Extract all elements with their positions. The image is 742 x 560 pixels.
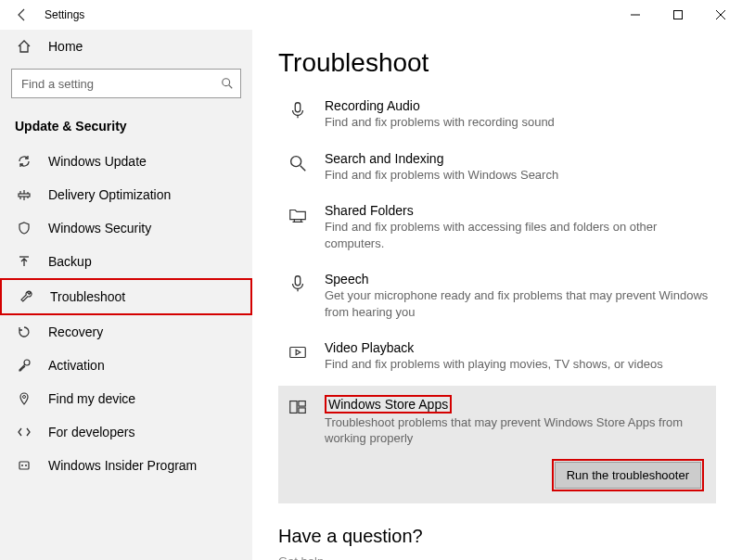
search-input[interactable] [11,69,241,98]
ts-title: Speech [325,272,710,286]
run-troubleshooter-button[interactable]: Run the troubleshooter [555,462,701,489]
svg-point-13 [291,156,301,166]
question-heading: Have a question? [278,526,716,547]
delivery-icon [15,187,33,202]
ts-desc: Troubleshoot problems that may prevent W… [325,414,710,447]
ts-desc: Find and fix problems with recording sou… [325,114,555,131]
svg-rect-17 [290,401,297,413]
nav-label: Windows Security [48,221,151,235]
svg-rect-19 [299,408,305,414]
ts-title: Shared Folders [325,203,710,218]
svg-rect-9 [19,462,29,469]
svg-rect-16 [290,348,306,358]
ts-title: Windows Store Apps [325,395,452,414]
ts-search-indexing[interactable]: Search and IndexingFind and fix problems… [278,144,716,197]
folder-network-icon [284,203,312,251]
ts-desc: Get your microphone ready and fix proble… [325,287,710,320]
maximize-button[interactable] [657,0,699,30]
minimize-button[interactable] [614,0,657,30]
home-nav[interactable]: Home [0,30,252,63]
recovery-icon [15,325,33,339]
ts-recording-audio[interactable]: Recording AudioFind and fix problems wit… [278,91,716,144]
location-icon [15,391,33,406]
insider-icon [15,458,33,473]
nav-label: Recovery [48,325,103,339]
ts-video-playback[interactable]: Video PlaybackFind and fix problems with… [278,333,716,386]
ts-speech[interactable]: SpeechGet your microphone ready and fix … [278,264,716,333]
wrench-icon [17,289,35,304]
sidebar-item-windows-insider[interactable]: Windows Insider Program [0,449,252,482]
apps-icon [284,395,312,447]
ts-title: Video Playback [325,340,663,355]
ts-title: Search and Indexing [325,151,558,166]
home-icon [15,39,33,54]
sidebar-item-delivery-optimization[interactable]: Delivery Optimization [0,178,252,211]
sidebar-item-windows-update[interactable]: Windows Update [0,145,252,178]
sidebar: Home Update & Security Windows Update De… [0,30,252,560]
svg-point-4 [223,79,230,86]
video-icon [284,340,312,373]
sidebar-item-activation[interactable]: Activation [0,349,252,382]
nav-label: Windows Update [48,154,147,169]
svg-rect-1 [674,11,683,19]
sidebar-item-troubleshoot[interactable]: Troubleshoot [0,278,252,315]
svg-line-5 [229,85,233,89]
svg-line-14 [301,165,306,171]
key-icon [15,358,33,373]
svg-rect-6 [19,194,30,197]
sidebar-item-recovery[interactable]: Recovery [0,315,252,349]
nav-label: Delivery Optimization [48,187,171,202]
main-content: Troubleshoot Recording AudioFind and fix… [252,30,742,560]
svg-point-8 [23,396,26,399]
nav-label: Find my device [48,391,135,406]
svg-rect-18 [299,401,305,406]
svg-point-10 [21,465,23,466]
sidebar-item-find-my-device[interactable]: Find my device [0,382,252,415]
ts-desc: Find and fix problems with Windows Searc… [325,167,558,184]
ts-windows-store-apps[interactable]: Windows Store AppsTroubleshoot problems … [278,386,716,462]
get-help-link[interactable]: Get help [278,554,716,560]
code-icon [15,425,33,439]
svg-rect-15 [295,276,301,286]
close-button[interactable] [699,0,742,30]
nav-label: Activation [48,358,105,373]
nav-label: For developers [48,425,134,439]
svg-rect-12 [295,103,301,112]
ts-shared-folders[interactable]: Shared FoldersFind and fix problems with… [278,196,716,264]
mic-icon [284,272,312,320]
svg-point-11 [25,465,27,466]
ts-title: Recording Audio [325,98,555,113]
nav-label: Windows Insider Program [48,458,197,473]
shield-icon [15,221,33,235]
ts-desc: Find and fix problems with accessing fil… [325,219,710,251]
home-label: Home [48,39,83,54]
sidebar-item-windows-security[interactable]: Windows Security [0,211,252,245]
app-title: Settings [45,8,84,21]
sidebar-item-for-developers[interactable]: For developers [0,415,252,449]
nav-label: Troubleshoot [50,289,125,304]
back-button[interactable] [0,0,45,30]
ts-desc: Find and fix problems with playing movie… [325,356,663,373]
page-title: Troubleshoot [278,48,716,78]
sync-icon [15,154,33,169]
titlebar: Settings [0,0,742,30]
backup-icon [15,254,33,269]
nav-label: Backup [48,254,92,269]
section-title: Update & Security [0,111,252,145]
search-icon [284,151,312,184]
mic-icon [284,98,312,131]
search-icon [221,77,234,90]
sidebar-item-backup[interactable]: Backup [0,245,252,278]
